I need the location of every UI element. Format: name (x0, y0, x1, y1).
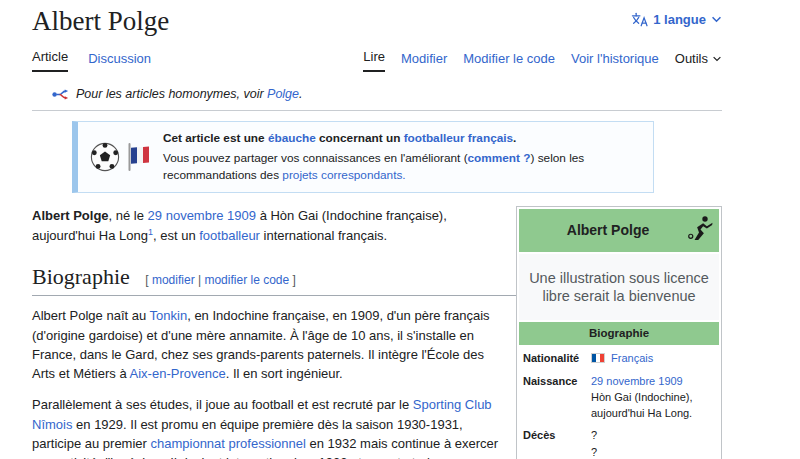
language-icon (631, 12, 648, 27)
tab-discussion[interactable]: Discussion (88, 51, 151, 72)
french-flag-icon (127, 142, 151, 172)
section-edit-links: [ modifier | modifier le code ] (145, 273, 296, 287)
footballer-icon (684, 215, 714, 241)
infobox: Albert Polge Une illustration sous licen… (516, 206, 722, 459)
stub-line2: Vous pouvez partager vos connaissances e… (163, 150, 641, 184)
edit-link[interactable]: modifier (152, 273, 195, 287)
tools-menu-label: Outils (675, 51, 708, 66)
disambiguation-icon (52, 89, 69, 100)
wiki-link[interactable]: footballeur français (404, 131, 513, 145)
chevron-down-icon (712, 56, 722, 62)
nationality-link[interactable]: Français (611, 352, 653, 364)
edit-source-link[interactable]: modifier le code (204, 273, 289, 287)
wiki-link[interactable]: Polge (267, 87, 299, 101)
wiki-link[interactable]: ébauche (268, 131, 316, 145)
wiki-link[interactable]: Aix-en-Provence (130, 366, 226, 381)
content-divider (32, 110, 722, 111)
hatnote: Pour les articles homonymes, voir Polge. (52, 87, 722, 101)
language-button-label: 1 langue (653, 12, 706, 27)
hatnote-text: Pour les articles homonymes, voir Polge. (76, 87, 303, 101)
soccer-ball-icon (90, 142, 120, 172)
wiki-link[interactable]: 29 novembre 1909 (148, 208, 256, 223)
infobox-title: Albert Polge (519, 209, 719, 252)
birth-place: Hòn Gai (Indochine), aujourd'hui Ha Long… (591, 389, 715, 422)
infobox-section-biographie: Biographie (519, 322, 719, 345)
stub-banner: Cet article est une ébauche concernant u… (72, 121, 654, 193)
language-button[interactable]: 1 langue (631, 12, 722, 27)
tab-voir-historique[interactable]: Voir l'historique (571, 51, 659, 72)
tab-article[interactable]: Article (32, 49, 68, 72)
wikipedia-page: Albert Polge 1 langue (0, 0, 800, 459)
chevron-down-icon (711, 16, 722, 23)
page-title: Albert Polge (32, 6, 169, 37)
tab-lire[interactable]: Lire (363, 49, 385, 72)
article-body: Albert Polge Une illustration sous licen… (32, 206, 722, 459)
wiki-link[interactable]: championnat professionnel (151, 436, 306, 451)
page-header: Albert Polge 1 langue (32, 6, 722, 37)
birth-date-link[interactable]: 29 novembre 1909 (591, 375, 683, 387)
wiki-link[interactable]: Tonkin (150, 308, 188, 323)
tab-modifier[interactable]: Modifier (401, 51, 447, 72)
article-tab-bar: Article Discussion Lire Modifier Modifie… (32, 49, 722, 72)
wiki-link[interactable]: comment ? (468, 151, 531, 165)
infobox-row-nationality: Nationalité Français (519, 347, 719, 369)
france-flag-icon (591, 353, 605, 363)
tools-menu-button[interactable]: Outils (675, 51, 722, 72)
wiki-link[interactable]: projets correspondants. (282, 168, 405, 182)
tab-modifier-le-code[interactable]: Modifier le code (463, 51, 555, 72)
illustration-placeholder-link[interactable]: Une illustration sous licence libre sera… (519, 254, 719, 320)
wiki-link[interactable]: footballeur (199, 228, 260, 243)
infobox-row-death: Décès ? ? (519, 424, 719, 459)
stub-line1: Cet article est une ébauche concernant u… (163, 130, 641, 147)
infobox-row-birth: Naissance 29 novembre 1909 Hòn Gai (Indo… (519, 370, 719, 425)
